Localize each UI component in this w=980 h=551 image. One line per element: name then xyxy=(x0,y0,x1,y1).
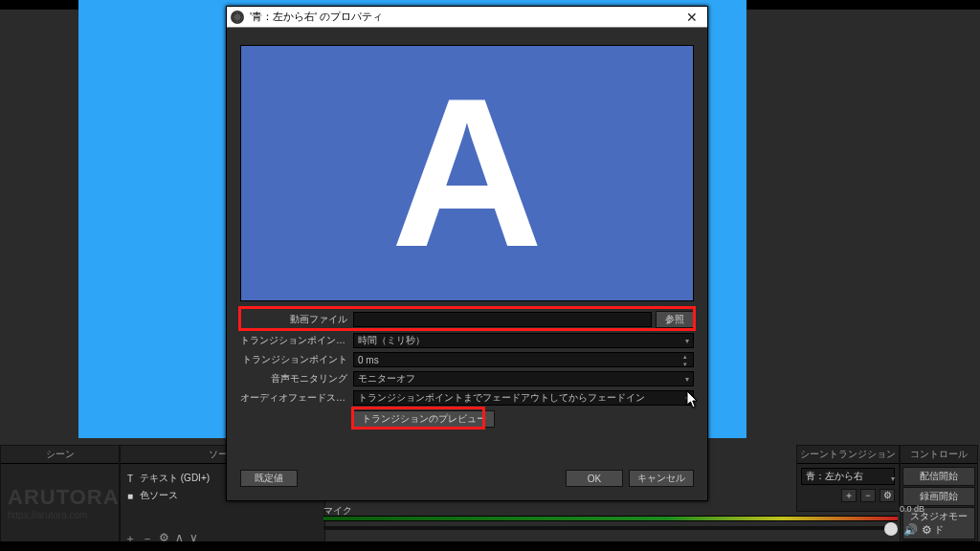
select-transition-point-type[interactable]: 時間（ミリ秒） ▾ xyxy=(353,333,694,348)
obs-main-window: シーン ソース ⠿ T テキスト (GDI+) ■ 色ソース ＋ － ⚙ ∧ ∨ xyxy=(0,0,980,551)
dock-controls-title-text: コントロール xyxy=(910,449,968,459)
source-item-label: 色ソース xyxy=(140,489,178,502)
input-transition-point-value: 0 ms xyxy=(358,355,379,365)
dock-controls-title: コントロール xyxy=(901,446,977,464)
dialog-close-button[interactable]: ✕ xyxy=(680,10,703,25)
stinger-properties-dialog: '青：左から右' のプロパティ ✕ A 動画ファイル 参照 ト xyxy=(226,6,708,501)
dock-scene-transition: シーントランジション 青：左から右 ▾ ＋ － ⚙ xyxy=(796,445,900,512)
color-source-icon: ■ xyxy=(124,491,136,501)
dialog-body: A 動画ファイル 参照 トランジションポイントの種類 時間（ミリ秒） xyxy=(227,28,707,500)
dock-transition-title-text: シーントランジション xyxy=(800,449,896,459)
row-audio-fade-style: オーディオフェードスタイル トランジションポイントまでフェードアウトしてからフェ… xyxy=(240,389,694,407)
transition-preview-frame: A xyxy=(240,45,694,301)
chevron-down-icon: ▾ xyxy=(685,337,689,345)
text-source-icon: T xyxy=(124,474,136,484)
label-audio-monitoring: 音声モニタリング xyxy=(240,372,353,386)
settings-form: 動画ファイル 参照 トランジションポイントの種類 時間（ミリ秒） ▾ xyxy=(240,309,694,430)
speaker-icon[interactable]: 🔊 xyxy=(903,523,918,537)
spin-up-icon[interactable]: ▴ xyxy=(679,353,691,361)
transition-select[interactable]: 青：左から右 ▾ xyxy=(801,468,895,485)
letterbox-bottom xyxy=(0,541,980,551)
chevron-down-icon: ▾ xyxy=(685,375,689,384)
audio-settings-icon[interactable]: ⚙ xyxy=(922,523,932,537)
preview-transition-button[interactable]: トランジションのプレビュー xyxy=(353,410,495,428)
select-audio-monitoring[interactable]: モニターオフ ▾ xyxy=(353,371,694,386)
ok-button[interactable]: OK xyxy=(566,470,623,487)
transition-selected-label: 青：左から右 xyxy=(806,470,863,483)
audio-volume-slider[interactable] xyxy=(323,526,898,530)
audio-track-icons: 🔊 ⚙ xyxy=(903,523,932,537)
transition-remove-button[interactable]: － xyxy=(860,489,876,502)
preview-letter: A xyxy=(391,68,544,278)
row-preview-transition: トランジションのプレビュー xyxy=(240,408,694,430)
select-tp-type-value: 時間（ミリ秒） xyxy=(358,334,425,347)
chevron-down-icon: ▾ xyxy=(891,474,895,483)
dialog-titlebar[interactable]: '青：左から右' のプロパティ ✕ xyxy=(227,7,707,28)
dock-scenes-title: シーン xyxy=(1,446,119,464)
transition-buttons: ＋ － ⚙ xyxy=(801,489,895,502)
chevron-down-icon: ▾ xyxy=(685,394,689,403)
transition-body: 青：左から右 ▾ ＋ － ⚙ xyxy=(797,464,899,506)
select-audio-monitoring-value: モニターオフ xyxy=(358,372,415,386)
audio-level-meter xyxy=(323,516,898,521)
select-audio-fade-style[interactable]: トランジションポイントまでフェードアウトしてからフェードイン ▾ xyxy=(353,390,694,406)
dock-scenes: シーン xyxy=(0,445,120,550)
row-transition-point: トランジションポイント 0 ms ▴▾ xyxy=(240,351,694,368)
spinbox-arrows[interactable]: ▴▾ xyxy=(679,353,691,366)
dialog-footer: 既定値 OK キャンセル xyxy=(240,470,694,487)
label-video-file: 動画ファイル xyxy=(240,313,353,326)
audio-slider-thumb[interactable] xyxy=(884,522,898,536)
spin-down-icon[interactable]: ▾ xyxy=(679,361,691,368)
input-video-file[interactable] xyxy=(353,312,652,327)
start-record-button[interactable]: 録画開始 xyxy=(902,487,975,506)
row-audio-monitoring: 音声モニタリング モニターオフ ▾ xyxy=(240,370,694,387)
dock-transition-title: シーントランジション xyxy=(797,446,899,464)
defaults-button[interactable]: 既定値 xyxy=(240,470,298,487)
transition-settings-button[interactable]: ⚙ xyxy=(880,489,895,502)
row-video-file: 動画ファイル 参照 xyxy=(240,309,694,330)
source-item-label: テキスト (GDI+) xyxy=(140,472,210,485)
audio-db-readout: 0.0 dB xyxy=(900,504,924,514)
label-audio-fade-style: オーディオフェードスタイル xyxy=(240,391,353,405)
dock-scenes-title-text: シーン xyxy=(46,449,75,459)
transition-add-button[interactable]: ＋ xyxy=(841,489,857,502)
start-stream-button[interactable]: 配信開始 xyxy=(902,467,975,486)
label-transition-point: トランジションポイント xyxy=(240,353,353,366)
label-transition-point-type: トランジションポイントの種類 xyxy=(240,334,353,347)
browse-button[interactable]: 参照 xyxy=(656,311,694,328)
row-transition-point-type: トランジションポイントの種類 時間（ミリ秒） ▾ xyxy=(240,332,694,349)
obs-app-icon xyxy=(231,11,244,24)
input-transition-point[interactable]: 0 ms ▴▾ xyxy=(353,352,694,367)
cancel-button[interactable]: キャンセル xyxy=(629,470,694,487)
select-audio-fade-value: トランジションポイントまでフェードアウトしてからフェードイン xyxy=(358,391,645,405)
dialog-title-text: '青：左から右' のプロパティ xyxy=(250,10,383,24)
